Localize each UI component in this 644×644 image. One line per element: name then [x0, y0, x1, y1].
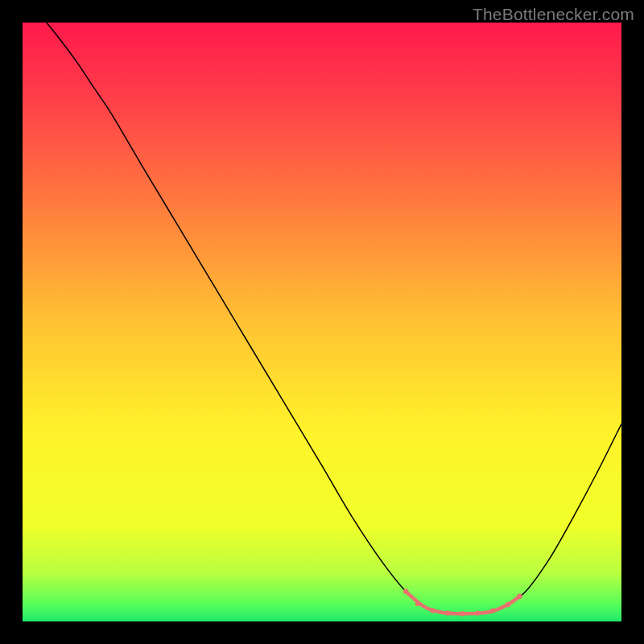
- watermark-text: TheBottlenecker.com: [473, 5, 634, 24]
- highlight-dot: [445, 610, 450, 615]
- chart-svg: [23, 23, 621, 621]
- bottleneck-chart: [23, 23, 621, 621]
- highlight-dot: [430, 608, 435, 613]
- highlight-dot: [490, 608, 495, 613]
- highlight-dot: [415, 601, 420, 605]
- highlight-dot: [505, 602, 510, 607]
- highlight-dot: [475, 610, 480, 615]
- highlight-dot: [403, 589, 408, 594]
- highlight-dot: [460, 611, 465, 616]
- gradient-background: [23, 23, 621, 621]
- highlight-dot: [517, 594, 522, 599]
